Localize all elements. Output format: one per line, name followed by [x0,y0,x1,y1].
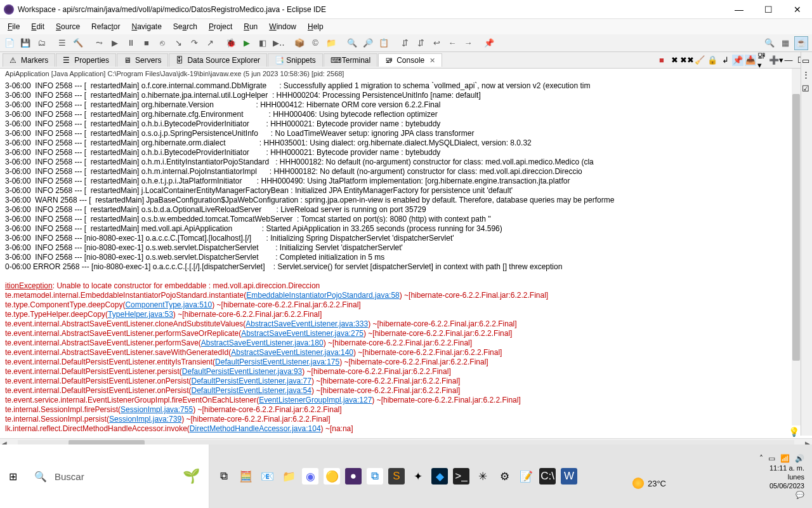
pin-icon[interactable]: 📌 [482,36,496,50]
chrome-icon[interactable]: 🟡 [324,468,340,485]
menu-window[interactable]: Window [264,21,301,32]
prev-annotation-icon[interactable]: ⇵ [398,36,412,50]
clock-time[interactable]: 11:11 a. m. [769,464,804,472]
menu-run[interactable]: Run [239,21,263,32]
tip-bulb-icon[interactable]: 💡 [789,427,799,437]
copilot-icon[interactable]: ✦ [410,468,426,485]
disconnect-icon[interactable]: ⎋ [155,36,169,50]
menu-search[interactable]: Search [168,21,202,32]
open-perspective-icon[interactable]: ▦ [778,36,792,50]
discord-icon[interactable]: ◉ [302,468,318,485]
close-button[interactable]: ✕ [783,0,812,19]
new-icon[interactable]: 📄 [3,36,16,50]
start-button[interactable]: ⊞ [0,444,25,508]
menu-navigate[interactable]: Navigate [126,21,166,32]
tab-terminal[interactable]: ⌨Terminal [324,53,377,67]
search-icon[interactable]: 🔎 [361,36,375,50]
vscode-icon[interactable]: ⧉ [367,468,383,485]
tab-properties[interactable]: ☰Properties [56,53,116,67]
maximize-button[interactable]: ☐ [754,0,783,19]
tab-markers[interactable]: ⚠Markers [3,53,55,67]
save-all-icon[interactable]: 🗂 [34,36,48,50]
skip-breakpoints-icon[interactable]: ⤳ [92,36,106,50]
scroll-lock-icon[interactable]: 🔒 [707,55,718,66]
tab-data-source-explorer[interactable]: 🗄Data Source Explorer [169,53,267,67]
resume-icon[interactable]: ▶ [108,36,122,50]
menu-source[interactable]: Source [51,21,85,32]
tab-servers[interactable]: 🖥Servers [117,53,168,67]
step-over-icon[interactable]: ↷ [187,36,201,50]
mail-icon[interactable]: 📧 [259,468,275,485]
remove-all-icon[interactable]: ✖✖ [681,55,693,66]
vertical-scrollbar[interactable] [792,69,801,425]
build-icon[interactable]: 🔨 [71,36,85,50]
notifications-icon[interactable]: 💬 [796,491,804,499]
terminate-console-icon[interactable]: ■ [656,55,667,66]
new-folder-icon[interactable]: 📁 [324,36,338,50]
open-type-icon[interactable]: 🔍 [345,36,359,50]
explorer-icon[interactable]: 📁 [280,468,297,485]
terminate-icon[interactable]: ■ [140,36,154,50]
menu-project[interactable]: Project [204,21,237,32]
tab-console[interactable]: 🖳Console✕ [378,53,442,67]
weather-widget[interactable]: 23°C [632,478,666,489]
vertical-scroll-thumb[interactable] [792,94,800,361]
debug-icon[interactable]: 🐞 [224,36,238,50]
adobe-icon[interactable]: ◆ [431,468,448,485]
restore-icon[interactable]: ▭ [802,56,812,66]
eclipse-app-icon[interactable]: ● [345,468,362,485]
open-console-icon[interactable]: ➕▾ [770,55,782,66]
tab-snippets[interactable]: 📑Snippets [268,53,323,67]
outline-icon[interactable]: ⋮ [802,70,812,80]
calculator-icon[interactable]: 🧮 [237,468,254,485]
plant-icon: 🌱 [183,468,200,485]
word-icon[interactable]: W [561,468,577,485]
step-return-icon[interactable]: ↗ [203,36,217,50]
menu-help[interactable]: Help [303,21,329,32]
menu-refactor[interactable]: Refactor [86,21,125,32]
menu-file[interactable]: File [3,21,25,32]
minimize-view-icon[interactable]: — [783,55,794,66]
coverage-icon[interactable]: ◧ [256,36,270,50]
minimize-button[interactable]: — [724,0,754,19]
console-output[interactable]: 3-06:00 INFO 2568 --- [ restartedMain] o… [0,81,812,438]
slack-icon[interactable]: ✳ [475,468,491,485]
notepad-icon[interactable]: 📝 [518,468,534,485]
tray-chevron-icon[interactable]: ˄ [759,454,763,463]
back-icon[interactable]: ← [445,36,459,50]
pin-console-icon[interactable]: 📌 [732,55,743,66]
quick-access-icon[interactable]: 🔍 [763,36,776,50]
suspend-icon[interactable]: ⏸ [124,36,138,50]
forward-icon[interactable]: → [461,36,475,50]
cmd-icon[interactable]: >_ [453,468,469,485]
temperature-label: 23°C [648,479,666,488]
new-package-icon[interactable]: 📦 [292,36,306,50]
close-icon[interactable]: ✕ [429,57,435,65]
volume-icon[interactable]: 🔊 [795,454,804,463]
sublime-icon[interactable]: S [388,468,405,485]
menu-edit[interactable]: Edit [26,21,49,32]
last-edit-icon[interactable]: ↩ [429,36,443,50]
task-view-icon[interactable]: ⧉ [216,468,232,485]
battery-icon[interactable]: ▭ [768,454,775,463]
settings-icon[interactable]: ⚙ [496,468,513,485]
terminal-app-icon[interactable]: C:\ [539,468,556,485]
taskbar-search[interactable]: 🔍 Buscar 🌱 [25,444,209,508]
save-icon[interactable]: 💾 [18,36,32,50]
remove-launch-icon[interactable]: ✖ [669,55,680,66]
display-selected-icon[interactable]: 🖳▾ [757,55,769,66]
properties-icon: ☰ [63,56,72,65]
new-class-icon[interactable]: © [308,36,322,50]
java-ee-perspective-icon[interactable]: ☕ [794,36,808,50]
open-task-icon[interactable]: 📋 [377,36,391,50]
toggle-breadcrumb-icon[interactable]: ☰ [55,36,69,50]
clear-console-icon[interactable]: 🧹 [694,55,705,66]
show-console-icon[interactable]: 📥 [745,55,756,66]
run-icon[interactable]: ▶ [240,36,254,50]
word-wrap-icon[interactable]: ↲ [719,55,731,66]
next-annotation-icon[interactable]: ⇵ [414,36,428,50]
wifi-icon[interactable]: 📶 [780,454,790,463]
step-into-icon[interactable]: ↘ [171,36,185,50]
run-server-icon[interactable]: ▶‥ [272,36,285,50]
task-list-icon[interactable]: ☑ [802,84,812,94]
